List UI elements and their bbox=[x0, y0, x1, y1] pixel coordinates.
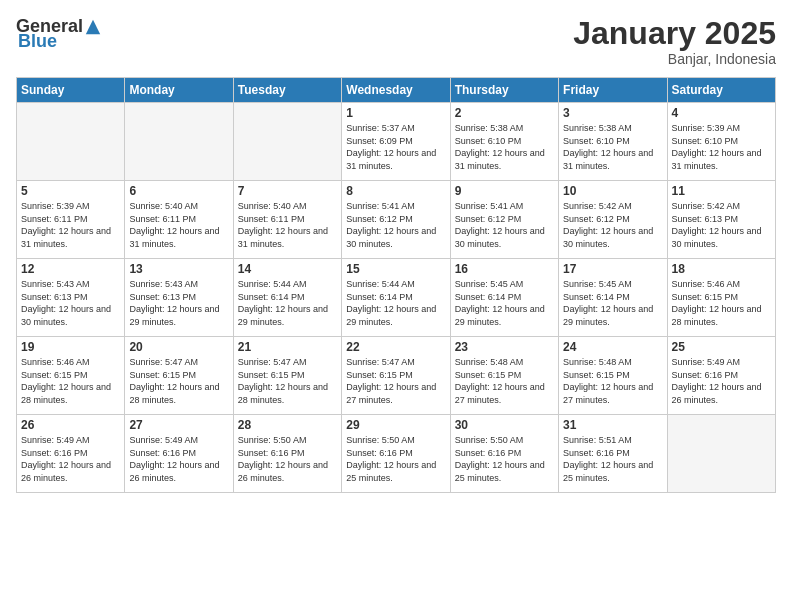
svg-marker-0 bbox=[86, 19, 100, 33]
calendar-cell: 9Sunrise: 5:41 AM Sunset: 6:12 PM Daylig… bbox=[450, 181, 558, 259]
calendar-cell: 4Sunrise: 5:39 AM Sunset: 6:10 PM Daylig… bbox=[667, 103, 775, 181]
day-number: 16 bbox=[455, 262, 554, 276]
day-info: Sunrise: 5:40 AM Sunset: 6:11 PM Dayligh… bbox=[129, 200, 228, 250]
calendar-cell: 19Sunrise: 5:46 AM Sunset: 6:15 PM Dayli… bbox=[17, 337, 125, 415]
day-number: 29 bbox=[346, 418, 445, 432]
col-wednesday: Wednesday bbox=[342, 78, 450, 103]
calendar-week-row-1: 1Sunrise: 5:37 AM Sunset: 6:09 PM Daylig… bbox=[17, 103, 776, 181]
day-info: Sunrise: 5:37 AM Sunset: 6:09 PM Dayligh… bbox=[346, 122, 445, 172]
day-info: Sunrise: 5:43 AM Sunset: 6:13 PM Dayligh… bbox=[129, 278, 228, 328]
day-info: Sunrise: 5:39 AM Sunset: 6:10 PM Dayligh… bbox=[672, 122, 771, 172]
day-number: 18 bbox=[672, 262, 771, 276]
day-number: 31 bbox=[563, 418, 662, 432]
calendar-cell: 27Sunrise: 5:49 AM Sunset: 6:16 PM Dayli… bbox=[125, 415, 233, 493]
calendar-cell: 21Sunrise: 5:47 AM Sunset: 6:15 PM Dayli… bbox=[233, 337, 341, 415]
calendar-cell: 29Sunrise: 5:50 AM Sunset: 6:16 PM Dayli… bbox=[342, 415, 450, 493]
col-monday: Monday bbox=[125, 78, 233, 103]
day-info: Sunrise: 5:48 AM Sunset: 6:15 PM Dayligh… bbox=[563, 356, 662, 406]
day-number: 10 bbox=[563, 184, 662, 198]
calendar-cell: 8Sunrise: 5:41 AM Sunset: 6:12 PM Daylig… bbox=[342, 181, 450, 259]
col-friday: Friday bbox=[559, 78, 667, 103]
calendar-header-row: Sunday Monday Tuesday Wednesday Thursday… bbox=[17, 78, 776, 103]
col-tuesday: Tuesday bbox=[233, 78, 341, 103]
calendar-cell bbox=[125, 103, 233, 181]
col-saturday: Saturday bbox=[667, 78, 775, 103]
calendar-week-row-2: 5Sunrise: 5:39 AM Sunset: 6:11 PM Daylig… bbox=[17, 181, 776, 259]
calendar-table: Sunday Monday Tuesday Wednesday Thursday… bbox=[16, 77, 776, 493]
calendar-cell: 18Sunrise: 5:46 AM Sunset: 6:15 PM Dayli… bbox=[667, 259, 775, 337]
day-info: Sunrise: 5:39 AM Sunset: 6:11 PM Dayligh… bbox=[21, 200, 120, 250]
day-info: Sunrise: 5:46 AM Sunset: 6:15 PM Dayligh… bbox=[672, 278, 771, 328]
day-number: 21 bbox=[238, 340, 337, 354]
day-info: Sunrise: 5:41 AM Sunset: 6:12 PM Dayligh… bbox=[346, 200, 445, 250]
day-number: 7 bbox=[238, 184, 337, 198]
title-block: January 2025 Banjar, Indonesia bbox=[573, 16, 776, 67]
day-number: 19 bbox=[21, 340, 120, 354]
day-info: Sunrise: 5:49 AM Sunset: 6:16 PM Dayligh… bbox=[672, 356, 771, 406]
calendar-cell: 17Sunrise: 5:45 AM Sunset: 6:14 PM Dayli… bbox=[559, 259, 667, 337]
day-number: 12 bbox=[21, 262, 120, 276]
day-info: Sunrise: 5:40 AM Sunset: 6:11 PM Dayligh… bbox=[238, 200, 337, 250]
day-number: 17 bbox=[563, 262, 662, 276]
day-info: Sunrise: 5:46 AM Sunset: 6:15 PM Dayligh… bbox=[21, 356, 120, 406]
calendar-cell: 13Sunrise: 5:43 AM Sunset: 6:13 PM Dayli… bbox=[125, 259, 233, 337]
day-info: Sunrise: 5:38 AM Sunset: 6:10 PM Dayligh… bbox=[563, 122, 662, 172]
day-number: 1 bbox=[346, 106, 445, 120]
day-number: 13 bbox=[129, 262, 228, 276]
calendar-week-row-5: 26Sunrise: 5:49 AM Sunset: 6:16 PM Dayli… bbox=[17, 415, 776, 493]
day-info: Sunrise: 5:49 AM Sunset: 6:16 PM Dayligh… bbox=[21, 434, 120, 484]
day-info: Sunrise: 5:45 AM Sunset: 6:14 PM Dayligh… bbox=[563, 278, 662, 328]
day-number: 9 bbox=[455, 184, 554, 198]
calendar-week-row-3: 12Sunrise: 5:43 AM Sunset: 6:13 PM Dayli… bbox=[17, 259, 776, 337]
day-number: 25 bbox=[672, 340, 771, 354]
day-info: Sunrise: 5:48 AM Sunset: 6:15 PM Dayligh… bbox=[455, 356, 554, 406]
calendar-cell: 10Sunrise: 5:42 AM Sunset: 6:12 PM Dayli… bbox=[559, 181, 667, 259]
day-number: 4 bbox=[672, 106, 771, 120]
calendar-week-row-4: 19Sunrise: 5:46 AM Sunset: 6:15 PM Dayli… bbox=[17, 337, 776, 415]
day-number: 26 bbox=[21, 418, 120, 432]
day-number: 8 bbox=[346, 184, 445, 198]
calendar-cell: 11Sunrise: 5:42 AM Sunset: 6:13 PM Dayli… bbox=[667, 181, 775, 259]
day-info: Sunrise: 5:50 AM Sunset: 6:16 PM Dayligh… bbox=[346, 434, 445, 484]
calendar-cell: 14Sunrise: 5:44 AM Sunset: 6:14 PM Dayli… bbox=[233, 259, 341, 337]
page-header: General Blue January 2025 Banjar, Indone… bbox=[16, 16, 776, 67]
day-number: 6 bbox=[129, 184, 228, 198]
calendar-cell: 2Sunrise: 5:38 AM Sunset: 6:10 PM Daylig… bbox=[450, 103, 558, 181]
calendar-cell: 25Sunrise: 5:49 AM Sunset: 6:16 PM Dayli… bbox=[667, 337, 775, 415]
day-info: Sunrise: 5:38 AM Sunset: 6:10 PM Dayligh… bbox=[455, 122, 554, 172]
calendar-cell: 15Sunrise: 5:44 AM Sunset: 6:14 PM Dayli… bbox=[342, 259, 450, 337]
logo-blue: Blue bbox=[18, 31, 57, 52]
logo-icon bbox=[84, 18, 102, 36]
calendar-cell: 26Sunrise: 5:49 AM Sunset: 6:16 PM Dayli… bbox=[17, 415, 125, 493]
day-number: 23 bbox=[455, 340, 554, 354]
day-info: Sunrise: 5:41 AM Sunset: 6:12 PM Dayligh… bbox=[455, 200, 554, 250]
col-sunday: Sunday bbox=[17, 78, 125, 103]
day-number: 11 bbox=[672, 184, 771, 198]
day-info: Sunrise: 5:47 AM Sunset: 6:15 PM Dayligh… bbox=[238, 356, 337, 406]
calendar-cell: 31Sunrise: 5:51 AM Sunset: 6:16 PM Dayli… bbox=[559, 415, 667, 493]
calendar-cell: 3Sunrise: 5:38 AM Sunset: 6:10 PM Daylig… bbox=[559, 103, 667, 181]
calendar-cell: 6Sunrise: 5:40 AM Sunset: 6:11 PM Daylig… bbox=[125, 181, 233, 259]
day-number: 24 bbox=[563, 340, 662, 354]
calendar-cell: 20Sunrise: 5:47 AM Sunset: 6:15 PM Dayli… bbox=[125, 337, 233, 415]
calendar-cell: 5Sunrise: 5:39 AM Sunset: 6:11 PM Daylig… bbox=[17, 181, 125, 259]
day-number: 20 bbox=[129, 340, 228, 354]
day-number: 2 bbox=[455, 106, 554, 120]
day-info: Sunrise: 5:50 AM Sunset: 6:16 PM Dayligh… bbox=[455, 434, 554, 484]
calendar-cell: 12Sunrise: 5:43 AM Sunset: 6:13 PM Dayli… bbox=[17, 259, 125, 337]
day-info: Sunrise: 5:42 AM Sunset: 6:12 PM Dayligh… bbox=[563, 200, 662, 250]
day-info: Sunrise: 5:50 AM Sunset: 6:16 PM Dayligh… bbox=[238, 434, 337, 484]
day-number: 5 bbox=[21, 184, 120, 198]
col-thursday: Thursday bbox=[450, 78, 558, 103]
day-number: 22 bbox=[346, 340, 445, 354]
day-number: 15 bbox=[346, 262, 445, 276]
day-info: Sunrise: 5:47 AM Sunset: 6:15 PM Dayligh… bbox=[346, 356, 445, 406]
calendar-cell bbox=[667, 415, 775, 493]
day-info: Sunrise: 5:42 AM Sunset: 6:13 PM Dayligh… bbox=[672, 200, 771, 250]
calendar-cell: 16Sunrise: 5:45 AM Sunset: 6:14 PM Dayli… bbox=[450, 259, 558, 337]
calendar-cell: 24Sunrise: 5:48 AM Sunset: 6:15 PM Dayli… bbox=[559, 337, 667, 415]
location-subtitle: Banjar, Indonesia bbox=[573, 51, 776, 67]
calendar-cell: 28Sunrise: 5:50 AM Sunset: 6:16 PM Dayli… bbox=[233, 415, 341, 493]
day-info: Sunrise: 5:44 AM Sunset: 6:14 PM Dayligh… bbox=[346, 278, 445, 328]
calendar-cell: 22Sunrise: 5:47 AM Sunset: 6:15 PM Dayli… bbox=[342, 337, 450, 415]
